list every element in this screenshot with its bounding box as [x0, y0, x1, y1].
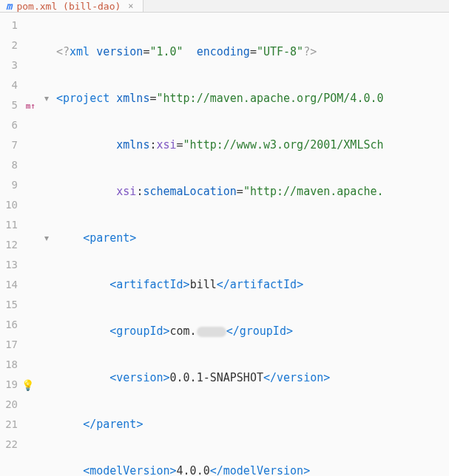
line-number[interactable]: 18	[0, 355, 38, 375]
code-line[interactable]: <project xmlns="http://maven.apache.org/…	[38, 89, 449, 109]
tab-title: pom.xml (bill-dao)	[16, 1, 121, 12]
line-number[interactable]: 6	[0, 115, 38, 135]
code-line[interactable]: <modelVersion>4.0.0</modelVersion>	[38, 461, 449, 476]
intention-bulb-icon[interactable]: 💡	[21, 375, 34, 395]
tab-close-button[interactable]: ×	[125, 1, 136, 11]
code-line[interactable]: <?xml version="1.0" encoding="UTF-8"?>	[38, 42, 449, 62]
line-number[interactable]: 3	[0, 55, 38, 75]
line-number[interactable]: 11	[0, 215, 38, 235]
maven-marker-icon[interactable]: m↑	[26, 95, 36, 115]
line-number[interactable]: 7	[0, 135, 38, 155]
editor-container: m pom.xml (bill-dao) × 1 2 3 4 5m↑ 6 7 8…	[0, 0, 449, 476]
line-number[interactable]: 19💡	[0, 375, 38, 395]
line-number[interactable]: 17	[0, 335, 38, 355]
file-tab[interactable]: m pom.xml (bill-dao) ×	[0, 0, 144, 12]
code-line[interactable]: xmlns:xsi="http://www.w3.org/2001/XMLSch	[38, 135, 449, 155]
line-number[interactable]: 20	[0, 395, 38, 415]
code-line[interactable]: xsi:schemaLocation="http://maven.apache.	[38, 182, 449, 202]
code-lines[interactable]: <?xml version="1.0" encoding="UTF-8"?> <…	[38, 13, 449, 476]
code-line[interactable]: </parent>	[38, 415, 449, 435]
line-number[interactable]: 4	[0, 75, 38, 95]
line-number[interactable]: 21	[0, 415, 38, 435]
line-number[interactable]: 14	[0, 275, 38, 295]
code-line[interactable]: <version>0.0.1-SNAPSHOT</version>	[38, 368, 449, 388]
code-line[interactable]: <groupId>com.</groupId>	[38, 322, 449, 341]
line-number[interactable]: 16	[0, 315, 38, 335]
line-number[interactable]: 9	[0, 175, 38, 195]
gutter: 1 2 3 4 5m↑ 6 7 8 9 10 11 12 13 14 15 16…	[0, 13, 38, 476]
fold-toggle-icon[interactable]	[43, 95, 50, 103]
line-number[interactable]: 8	[0, 155, 38, 175]
line-number[interactable]: 10	[0, 195, 38, 215]
code-area: 1 2 3 4 5m↑ 6 7 8 9 10 11 12 13 14 15 16…	[0, 13, 449, 476]
fold-toggle-icon[interactable]	[43, 235, 50, 242]
code-line[interactable]: <artifactId>bill</artifactId>	[38, 275, 449, 295]
redacted-text	[197, 327, 226, 337]
code-line[interactable]: <parent>	[38, 228, 449, 248]
line-number[interactable]: 1	[0, 16, 38, 35]
maven-file-icon: m	[6, 0, 12, 12]
line-number[interactable]: 2	[0, 35, 38, 55]
line-number[interactable]: 22	[0, 435, 38, 455]
line-number[interactable]: 13	[0, 255, 38, 275]
line-number[interactable]: 15	[0, 295, 38, 315]
line-number[interactable]: 12	[0, 235, 38, 255]
line-number[interactable]: 5m↑	[0, 95, 38, 115]
tab-bar: m pom.xml (bill-dao) ×	[0, 0, 449, 13]
